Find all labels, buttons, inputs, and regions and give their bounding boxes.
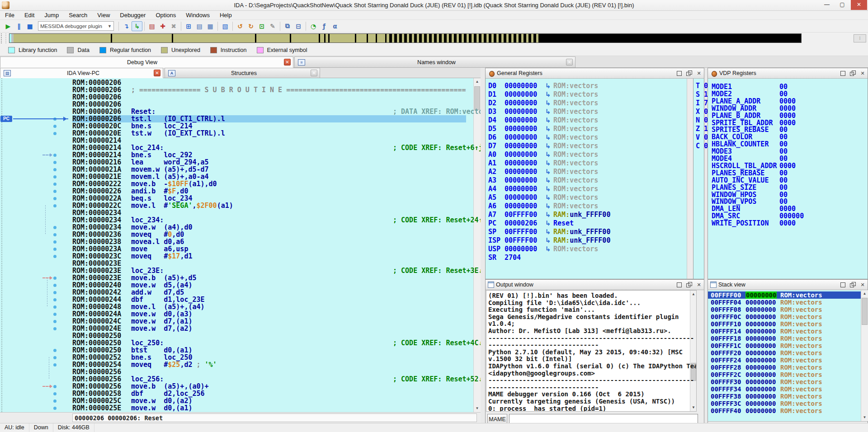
- delete-breakpoint-icon[interactable]: ✖: [168, 21, 179, 31]
- debugger-plugin-combo[interactable]: MESSIDA debugger plugin▼: [38, 21, 114, 31]
- scroll-down-icon[interactable]: ▼: [690, 404, 697, 411]
- register-row[interactable]: D700000000↳ROM:vectors: [488, 142, 598, 150]
- navband-menu-button[interactable]: ⁞: [854, 34, 866, 42]
- exit-process-icon[interactable]: ■: [24, 21, 35, 31]
- disasm-line[interactable]: ROM:00000238movea.l d0,a6: [0, 238, 473, 245]
- pane-float-icon[interactable]: [686, 282, 692, 288]
- scroll-down-icon[interactable]: ▼: [474, 405, 481, 412]
- disasm-line[interactable]: ROM:0000021Emovem.l (a5)+,a0-a4: [0, 173, 473, 180]
- stack-row[interactable]: 00FFFF1000000000ROM:vectors: [708, 320, 861, 328]
- register-row[interactable]: D100000000↳ROM:vectors: [488, 90, 598, 99]
- step-into-icon[interactable]: ↴: [121, 21, 132, 31]
- register-row[interactable]: A600000000↳ROM:vectors: [488, 202, 598, 211]
- symbols-icon[interactable]: α: [330, 21, 340, 31]
- redo-icon[interactable]: ↻: [245, 21, 256, 31]
- stack-row[interactable]: 00FFFF4000000000ROM:vectors: [708, 407, 861, 414]
- register-row[interactable]: A700FFFF00↳RAM:unk_FFFF00: [488, 211, 610, 219]
- window-next-icon[interactable]: ⊟: [293, 21, 304, 31]
- stack-row[interactable]: 00FFFF3C00000000ROM:vectors: [708, 400, 861, 407]
- output-scrollbar[interactable]: ▲ ▼: [690, 291, 697, 411]
- scroll-down-icon[interactable]: ▼: [861, 414, 868, 421]
- stack-row[interactable]: 00FFFF1800000000ROM:vectors: [708, 335, 861, 342]
- vdp-register-row[interactable]: SPRITE_TBL_ADDR0000: [712, 119, 796, 127]
- vdp-register-row[interactable]: DMA_SRC000000: [712, 212, 804, 220]
- vdp-register-row[interactable]: MODE200: [712, 90, 788, 98]
- disasm-line[interactable]: ROM:00000252bne.s loc_250: [0, 354, 473, 361]
- pane-maximize-icon[interactable]: [676, 70, 682, 76]
- disasm-line[interactable]: ROM:00000254moveq #$25,d2 ; '%': [0, 361, 473, 368]
- disasm-line[interactable]: ROM:00000206: [0, 101, 473, 108]
- disasm-line[interactable]: ROM:0000023Eloc_23E:; CODE XREF: Reset+3…: [0, 267, 473, 274]
- register-row[interactable]: A500000000↳ROM:vectors: [488, 193, 598, 202]
- disasm-line[interactable]: ROM:00000226andi.b #$F,d0: [0, 188, 473, 195]
- pane-maximize-icon[interactable]: [840, 70, 846, 76]
- flag-row[interactable]: C 0: [696, 142, 708, 150]
- disasm-scrollbar[interactable]: ▲ ▼: [473, 78, 481, 412]
- disasm-line[interactable]: ROM:00000214bne.s loc_292: [0, 151, 473, 159]
- register-row[interactable]: USP00000000↳ROM:vectors: [488, 245, 598, 254]
- recent-scripts-icon[interactable]: ◔: [308, 21, 319, 31]
- disasm-line[interactable]: ROM:00000206: [0, 94, 473, 101]
- disasm-line[interactable]: ROM:00000206; =============== S U B R O …: [0, 86, 473, 94]
- register-row[interactable]: D200000000↳ROM:vectors: [488, 99, 598, 108]
- menu-item-edit[interactable]: Edit: [19, 11, 39, 19]
- disasm-line[interactable]: ROM:00000244dbf d1,loc_23E: [0, 296, 473, 303]
- scroll-thumb[interactable]: [862, 298, 868, 325]
- vdp-register-row[interactable]: HSCROLL_TBL_ADDR0000: [712, 162, 796, 169]
- tab-debug-view[interactable]: Debug View ✕: [0, 56, 293, 68]
- menu-item-windows[interactable]: Windows: [181, 11, 215, 19]
- disasm-line[interactable]: ROM:00000206: [0, 79, 473, 86]
- register-row[interactable]: ISP00FFFF00↳RAM:unk_FFFF00: [488, 236, 610, 245]
- register-row[interactable]: D600000000↳ROM:vectors: [488, 133, 598, 142]
- disasm-line[interactable]: ROM:00000256move.b (a5)+,(a0)+: [0, 383, 473, 390]
- menu-item-search[interactable]: Search: [64, 11, 92, 19]
- stack-row[interactable]: 00FFFF2800000000ROM:vectors: [708, 364, 861, 371]
- close-tab-icon[interactable]: ✕: [566, 59, 573, 66]
- register-row[interactable]: A200000000↳ROM:vectors: [488, 168, 598, 176]
- disasm-line[interactable]: ROM:0000020Etst.w (IO_EXT_CTRL).l: [0, 130, 473, 137]
- navband-strip[interactable]: [9, 33, 802, 43]
- menu-item-file[interactable]: File: [0, 11, 19, 19]
- pause-process-icon[interactable]: ∥: [14, 21, 24, 31]
- scroll-up-icon[interactable]: ▲: [474, 78, 481, 85]
- pane-header[interactable]: Output window ✕: [486, 280, 704, 290]
- disasm-line[interactable]: ROM:00000256loc_256:; CODE XREF: Reset+5…: [0, 376, 473, 383]
- register-row[interactable]: D400000000↳ROM:vectors: [488, 116, 598, 125]
- vdp-register-row[interactable]: PLANE_A_ADDR0000: [712, 98, 796, 105]
- flag-row[interactable]: I 7: [696, 99, 708, 108]
- register-row[interactable]: A100000000↳ROM:vectors: [488, 159, 598, 168]
- disasm-line[interactable]: ROM:00000250: [0, 332, 473, 339]
- register-row[interactable]: D500000000↳ROM:vectors: [488, 125, 598, 133]
- register-row[interactable]: A000000000↳ROM:vectors: [488, 150, 598, 159]
- vdp-register-row[interactable]: MODE300: [712, 148, 788, 155]
- minimize-button[interactable]: —: [819, 0, 835, 10]
- menu-item-options[interactable]: Options: [151, 11, 181, 19]
- windows-list-icon[interactable]: ⧉: [282, 21, 293, 31]
- disasm-line[interactable]: ROM:0000023Cmoveq #$17,d1: [0, 253, 473, 260]
- stack-row[interactable]: 00FFFF1C00000000ROM:vectors: [708, 342, 861, 349]
- undo-icon[interactable]: ↺: [235, 21, 245, 31]
- disasm-line[interactable]: ROM:00000250loc_250:; CODE XREF: Reset+4…: [0, 339, 473, 347]
- close-tab-icon[interactable]: ✕: [284, 59, 291, 66]
- scroll-up-icon[interactable]: ▲: [861, 290, 868, 297]
- tab-names-window[interactable]: ≡ Names window ✕: [294, 56, 576, 68]
- register-row[interactable]: SP00FFFF00↳RAM:unk_FFFF00: [488, 228, 610, 236]
- pane-float-icon[interactable]: [849, 70, 856, 76]
- disasm-line[interactable]: ROM:00000236moveq #0,d0: [0, 231, 473, 238]
- continue-process-icon[interactable]: ▶: [3, 21, 14, 31]
- disasm-line[interactable]: ROM:00000234: [0, 209, 473, 216]
- flag-row[interactable]: S 1: [696, 90, 708, 99]
- flag-row[interactable]: Z 1: [696, 125, 708, 133]
- vdp-register-row[interactable]: BACK_COLOR00: [712, 133, 788, 141]
- edit-database-icon[interactable]: ✎: [267, 21, 278, 31]
- disasm-line[interactable]: ROM:00000216lea word_294,a5: [0, 159, 473, 166]
- pane-float-icon[interactable]: [686, 70, 692, 76]
- vdp-register-row[interactable]: PLANES_REBASE00: [712, 169, 788, 177]
- breakpoint-list-icon[interactable]: ▤: [146, 21, 157, 31]
- disasm-line[interactable]: ROM:0000024Cmove.w d7,(a1): [0, 318, 473, 325]
- vdp-register-row[interactable]: WINDOW_VPOS00: [712, 198, 788, 205]
- watch-list-icon[interactable]: ▤: [194, 21, 205, 31]
- open-subview-icon[interactable]: ƒ: [319, 21, 330, 31]
- disasm-line[interactable]: ROM:00000256: [0, 368, 473, 376]
- disasm-line[interactable]: ROM:00000214loc_214:; CODE XREF: Reset+6…: [0, 144, 473, 151]
